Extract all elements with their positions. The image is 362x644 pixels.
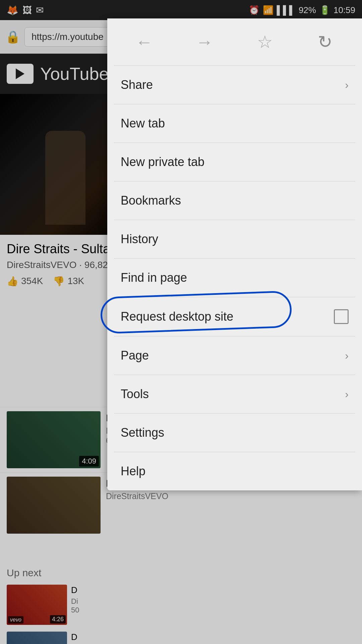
menu-item-page[interactable]: Page ›: [107, 336, 362, 375]
settings-label: Settings: [121, 426, 164, 440]
tools-chevron: ›: [345, 388, 349, 400]
menu-item-share[interactable]: Share ›: [107, 66, 362, 104]
tools-label: Tools: [121, 387, 149, 401]
reload-icon: ↻: [318, 32, 333, 52]
menu-item-new-tab[interactable]: New tab: [107, 104, 362, 143]
menu-item-settings[interactable]: Settings: [107, 414, 362, 452]
menu-item-request-desktop-site[interactable]: Request desktop site: [107, 297, 362, 336]
dropdown-menu: ← → ☆ ↻ Share › New tab New private tab …: [107, 18, 362, 490]
back-icon: ←: [135, 32, 153, 52]
share-chevron: ›: [345, 79, 349, 91]
reload-button[interactable]: ↻: [308, 29, 342, 55]
find-in-page-label: Find in page: [121, 271, 187, 285]
menu-item-find-in-page[interactable]: Find in page: [107, 259, 362, 297]
menu-item-bookmarks[interactable]: Bookmarks: [107, 181, 362, 220]
help-label: Help: [121, 464, 145, 478]
share-label: Share: [121, 78, 153, 92]
menu-item-history[interactable]: History: [107, 220, 362, 258]
history-label: History: [121, 232, 158, 246]
star-icon: ☆: [257, 32, 273, 52]
menu-item-tools[interactable]: Tools ›: [107, 375, 362, 413]
menu-item-help[interactable]: Help: [107, 452, 362, 490]
request-desktop-label: Request desktop site: [121, 310, 233, 324]
menu-item-new-private-tab[interactable]: New private tab: [107, 143, 362, 181]
menu-nav-row: ← → ☆ ↻: [107, 18, 362, 65]
new-tab-label: New tab: [121, 116, 165, 130]
forward-icon: →: [196, 32, 213, 52]
forward-button[interactable]: →: [188, 29, 221, 55]
page-chevron: ›: [345, 350, 349, 362]
desktop-checkbox: [334, 309, 349, 324]
back-button[interactable]: ←: [127, 29, 161, 55]
bookmark-button[interactable]: ☆: [248, 29, 282, 55]
page-label: Page: [121, 348, 149, 363]
bookmarks-label: Bookmarks: [121, 194, 181, 208]
new-private-tab-label: New private tab: [121, 155, 204, 169]
